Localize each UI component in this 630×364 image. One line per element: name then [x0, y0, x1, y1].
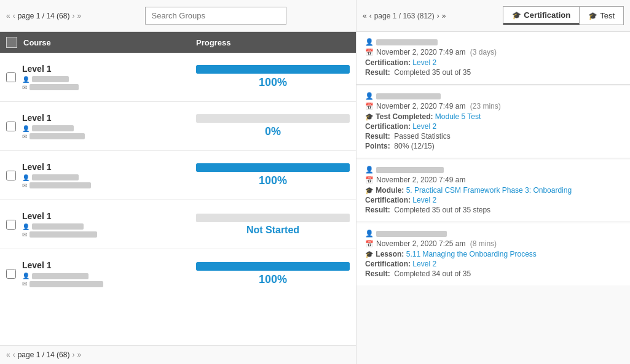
progress-bar-container: [196, 163, 350, 172]
right-last-page-btn[interactable]: »: [442, 12, 446, 20]
row-username: [32, 174, 79, 180]
tab-test[interactable]: 🎓 Test: [580, 7, 623, 25]
row-progress: 0%: [196, 114, 350, 138]
activity-cal-icon: 📅: [365, 176, 374, 184]
course-column-header: Course: [23, 38, 190, 47]
left-bottom-pagination: « ‹ page 1 / 14 (68) › »: [6, 350, 350, 359]
module-value[interactable]: 5. Practical CSM Framework Phase 3: Onbo…: [406, 186, 572, 195]
result-value: Passed Statistics: [392, 132, 451, 141]
cert-label: Certification:: [365, 260, 411, 268]
activity-item: 👤 📅November 2, 2020 7:49 am (3 days)Cert…: [356, 32, 630, 85]
right-first-page-btn[interactable]: «: [363, 12, 367, 20]
search-wrapper: [81, 7, 350, 25]
search-groups-input[interactable]: [145, 7, 286, 25]
cert-value[interactable]: Level 2: [412, 58, 436, 67]
cert-label: Certification:: [365, 122, 411, 131]
activity-date: 📅November 2, 2020 7:49 am (3 days): [365, 48, 621, 56]
activity-user-icon: 👤: [365, 38, 374, 46]
left-bottom-bar: « ‹ page 1 / 14 (68) › »: [0, 345, 356, 364]
select-all-checkbox[interactable]: [6, 37, 17, 48]
row-checkbox[interactable]: [6, 171, 16, 180]
row-checkbox[interactable]: [6, 122, 16, 131]
left-next-page-btn[interactable]: ›: [72, 12, 74, 20]
progress-bar-fill: [196, 65, 350, 74]
activity-date: 📅November 2, 2020 7:49 am: [365, 176, 621, 184]
cert-label: Certification:: [365, 58, 411, 67]
user-icon: 👤: [22, 273, 30, 279]
right-prev-page-btn[interactable]: ‹: [369, 12, 372, 20]
right-next-page-btn[interactable]: ›: [437, 12, 439, 20]
progress-percent: 100%: [259, 76, 287, 89]
progress-bar-container: [196, 214, 350, 222]
activity-points-line: Points: 80% (12/15): [365, 142, 621, 150]
table-row: Level 1👤 ✉ 0%: [0, 102, 356, 151]
left-bottom-prev-page-btn[interactable]: ‹: [13, 350, 15, 359]
row-progress: 100%: [196, 262, 350, 286]
result-value: Completed 35 out of 35 steps: [392, 206, 490, 214]
left-first-page-btn[interactable]: «: [6, 12, 10, 20]
row-info: Level 1👤 ✉: [22, 260, 190, 287]
activity-user-icon: 👤: [365, 166, 374, 174]
left-bottom-next-page-btn[interactable]: ›: [72, 350, 74, 359]
row-checkbox[interactable]: [6, 269, 16, 279]
row-email-text: [30, 281, 103, 287]
activity-user-name: [376, 231, 447, 237]
left-bottom-last-page-btn[interactable]: »: [77, 350, 81, 359]
activity-duration: (23 mins): [468, 102, 500, 110]
row-checkbox[interactable]: [6, 220, 16, 230]
cert-value[interactable]: Level 2: [412, 196, 436, 204]
row-email: ✉: [22, 281, 190, 287]
row-email: ✉: [22, 84, 190, 91]
right-panel: « ‹ page 1 / 163 (812) › » 🎓 Certificati…: [356, 0, 630, 364]
test-tab-icon: 🎓: [588, 12, 597, 20]
row-user: 👤: [22, 174, 190, 181]
cert-value[interactable]: Level 2: [412, 260, 436, 268]
activity-user-name: [376, 93, 441, 99]
points-value: 80% (12/15): [392, 142, 435, 150]
test-tab-label: Test: [600, 11, 615, 20]
left-bottom-first-page-btn[interactable]: «: [6, 350, 10, 359]
result-label: Result:: [365, 206, 390, 214]
test-label: Test Completed:: [376, 112, 433, 121]
progress-bar-container: [196, 114, 350, 123]
activity-item: 👤 📅November 2, 2020 7:25 am (8 mins)🎓 Le…: [356, 223, 630, 285]
lesson-icon: 🎓: [365, 250, 374, 258]
activity-name: 👤: [365, 92, 621, 100]
left-last-page-btn[interactable]: »: [77, 12, 81, 20]
activity-result-line: Result: Completed 35 out of 35 steps: [365, 206, 621, 214]
activity-item: 👤 📅November 2, 2020 7:49 am (23 mins)🎓 T…: [356, 86, 630, 158]
table-row: Level 1👤 ✉ Not Started: [0, 200, 356, 249]
row-info: Level 1👤 ✉: [22, 162, 190, 189]
row-email-text: [30, 84, 79, 90]
progress-bar-fill: [196, 262, 350, 271]
user-icon: 👤: [22, 174, 30, 181]
progress-column-header: Progress: [196, 38, 350, 47]
left-top-bar: « ‹ page 1 / 14 (68) › »: [0, 0, 356, 32]
row-username: [32, 273, 89, 279]
cert-value[interactable]: Level 2: [412, 122, 436, 131]
row-checkbox[interactable]: [6, 72, 16, 82]
activity-cal-icon: 📅: [365, 103, 374, 110]
row-email: ✉: [22, 231, 190, 238]
tab-certification[interactable]: 🎓 Certification: [503, 7, 580, 25]
user-icon: 👤: [22, 76, 30, 83]
result-value: Completed 34 out of 35: [392, 269, 471, 278]
result-label: Result:: [365, 68, 390, 77]
row-info: Level 1👤 ✉: [22, 113, 190, 140]
left-prev-page-btn[interactable]: ‹: [13, 12, 15, 20]
user-icon: 👤: [22, 223, 30, 230]
email-icon: ✉: [22, 281, 27, 287]
row-email-text: [30, 182, 91, 188]
lesson-value[interactable]: 5.11 Managing the Onboarding Process: [406, 250, 537, 258]
row-user: 👤: [22, 223, 190, 230]
activity-result-line: Result: Completed 35 out of 35: [365, 68, 621, 77]
table-header: Course Progress: [0, 32, 356, 53]
test-value[interactable]: Module 5 Test: [435, 112, 481, 121]
left-panel: « ‹ page 1 / 14 (68) › » Course Progress…: [0, 0, 356, 364]
certification-tab-label: Certification: [524, 10, 570, 20]
activity-date-text: November 2, 2020 7:49 am: [376, 102, 465, 110]
activity-certification-line: Certification: Level 2: [365, 122, 621, 131]
activity-cal-icon: 📅: [365, 48, 374, 56]
activity-date: 📅November 2, 2020 7:25 am (8 mins): [365, 239, 621, 248]
activity-name: 👤: [365, 38, 621, 46]
